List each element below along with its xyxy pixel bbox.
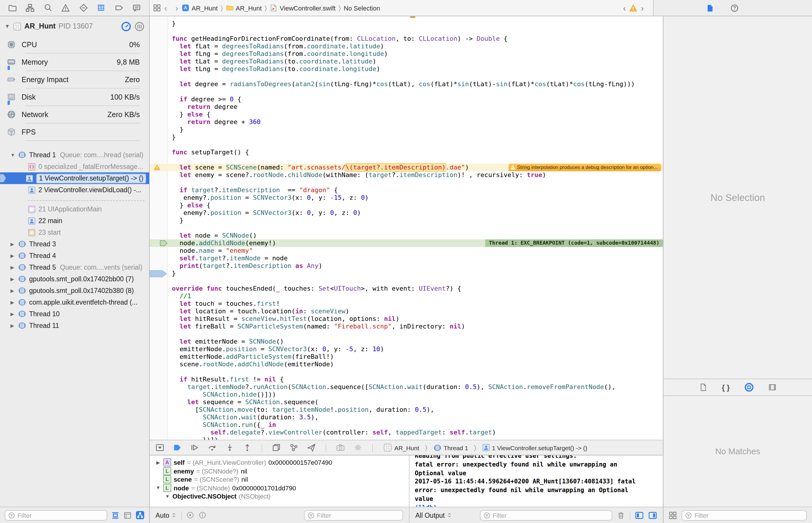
code-line[interactable] (150, 28, 663, 35)
code-line[interactable]: SCNAction.hide()])) (150, 391, 663, 398)
variable-row[interactable]: ▼ObjectiveC.NSObject(NSObject) (150, 492, 409, 501)
code-line[interactable]: return degree (150, 103, 663, 111)
code-line[interactable] (150, 179, 663, 186)
code-line[interactable]: enemy?.position = SCNVector3(x: 0, y: 0,… (150, 209, 663, 217)
disclosure-triangle-icon[interactable]: ▶ (11, 241, 15, 247)
thread-row[interactable]: ▼Thread 1Queue: com....hread (serial) (0, 149, 149, 161)
console-filter-field[interactable]: Filter (480, 510, 612, 520)
grid-view-icon[interactable] (669, 511, 677, 519)
disclosure-triangle-icon[interactable]: ▼ (11, 152, 15, 158)
call-tree-view-icon[interactable] (136, 511, 144, 520)
disclosure-triangle-icon[interactable]: ▶ (11, 323, 15, 328)
instruction-pointer-icon[interactable] (160, 240, 168, 246)
code-line[interactable]: } else { (150, 111, 663, 118)
code-line[interactable]: return degree + 360 (150, 118, 663, 126)
disclosure-triangle-icon[interactable]: ▶ (11, 265, 15, 270)
code-line[interactable]: SCNAction.run({_ in (150, 421, 663, 429)
step-over-button[interactable] (208, 443, 217, 452)
breadcrumb-item[interactable]: AR_Hunt (226, 4, 261, 12)
variables-scope-dropdown[interactable]: Auto (156, 512, 176, 519)
stack-frame-row[interactable]: 2 ViewController.viewDidLoad() -... (0, 184, 149, 196)
code-line[interactable]: emitterNode.position = SCNVector3(x: 0, … (150, 345, 663, 353)
code-line[interactable]: override func touchesEnded(_ touches: Se… (150, 285, 663, 292)
variables-view[interactable]: ▶Aself= (AR_Hunt.ViewController)0x000000… (150, 455, 409, 507)
object-library-icon[interactable] (744, 383, 754, 392)
hide-debug-area-button[interactable] (156, 443, 164, 452)
gauge-row-network[interactable]: NetworkZero KB/s (0, 106, 149, 123)
code-line[interactable]: func setupTarget() { (150, 148, 663, 156)
tag-navigator-icon[interactable] (114, 3, 123, 12)
breakpoint-marker-icon[interactable] (150, 270, 167, 277)
code-line[interactable] (150, 141, 663, 148)
thread-row[interactable]: ▶Thread 10 (0, 308, 149, 320)
code-line[interactable]: node.addChildNode(enemy!)Thread 1: EXC_B… (150, 239, 663, 247)
simulate-location-button[interactable] (307, 443, 316, 452)
disclosure-triangle-icon[interactable]: ▶ (11, 276, 15, 282)
clear-console-icon[interactable] (617, 511, 625, 519)
code-line[interactable]: } (150, 20, 663, 28)
gauge-row-energy-impact[interactable]: Energy ImpactZero (0, 71, 149, 88)
gauges-view-button[interactable] (121, 21, 131, 31)
code-line[interactable]: } (150, 133, 663, 141)
variable-row[interactable]: Lenemy= (SCNNode?)nil (150, 467, 409, 475)
code-line[interactable]: let touch = touches.first! (150, 300, 663, 307)
code-line[interactable]: self.delegate?.viewController(controller… (150, 429, 663, 436)
show-variables-toggle-icon[interactable] (635, 511, 644, 519)
step-into-button[interactable] (225, 443, 234, 452)
stack-frame-row[interactable]: 21 UIApplicationMain (0, 203, 149, 215)
disclosure-triangle-icon[interactable]: ▶ (11, 311, 15, 317)
breakpoints-toggle-button[interactable] (173, 443, 182, 452)
code-line[interactable]: let node = SCNNode() (150, 232, 663, 239)
code-line[interactable]: SCNAction.wait(duration: 3.5), (150, 414, 663, 421)
thread-row[interactable]: ▶com.apple.uikit.eventfetch-thread (... (0, 296, 149, 308)
continue-button[interactable] (191, 443, 199, 452)
code-line[interactable]: let fireBall = SCNParticleSystem(named: … (150, 323, 663, 330)
code-line[interactable] (150, 156, 663, 164)
stack-frame-row[interactable]: 1 ViewController.setupTarget() -> () (0, 173, 149, 184)
memory-graph-button[interactable] (289, 443, 298, 452)
flat-list-view-icon[interactable] (111, 511, 120, 519)
disclosure-triangle-icon[interactable]: ▼ (156, 485, 161, 491)
columns-view-button[interactable] (134, 21, 144, 31)
code-line[interactable]: let fLat = degreesToRadians(from.coordin… (150, 42, 663, 50)
code-line[interactable]: print(target?.itemDescription as Any) (150, 262, 663, 270)
previous-issue-button[interactable]: ‹ (623, 3, 626, 13)
thread-row[interactable]: ▶gputools.smt_poll.0x17402bb00 (7) (0, 273, 149, 285)
code-line[interactable]: } else { (150, 201, 663, 209)
variable-row[interactable]: Lscene= (SCNScene?)nil (150, 475, 409, 484)
code-line[interactable]: [SCNAction.move(to: target.itemNode!.pos… (150, 406, 663, 414)
code-line[interactable]: let emitterNode = SCNNode() (150, 338, 663, 345)
issue-navigator-icon[interactable] (61, 3, 70, 12)
step-out-button[interactable] (243, 443, 252, 452)
code-line[interactable] (150, 277, 663, 285)
stack-frame-row[interactable]: 23 start (0, 227, 149, 238)
library-filter-field[interactable]: Filter (682, 510, 807, 520)
thread-row[interactable]: ▶Thread 11 (0, 320, 149, 331)
thread-row[interactable]: ▶Thread 3 (0, 238, 149, 250)
disclosure-triangle-icon[interactable]: ▶ (156, 460, 161, 465)
gauge-row-disk[interactable]: Disk100 KB/s (0, 89, 149, 105)
code-line[interactable] (150, 330, 663, 338)
debug-view-hierarchy-button[interactable] (272, 443, 281, 452)
debug-navigator-icon[interactable] (97, 3, 105, 12)
code-line[interactable]: enemy?.position = SCNVector3(x: 0, y: -1… (150, 194, 663, 201)
code-line[interactable]: let fLng = degreesToRadians(from.coordin… (150, 50, 663, 58)
stack-frame-row[interactable]: 0 specialized _fatalErrorMessage... (0, 161, 149, 173)
code-line[interactable] (150, 73, 663, 80)
breadcrumb-item[interactable]: No Selection (344, 4, 380, 11)
debug-jump-item[interactable]: Thread 1 (433, 444, 468, 452)
code-line[interactable] (150, 368, 663, 376)
thread-row[interactable]: ▶gputools.smt_poll.0x17402b380 (8) (0, 285, 149, 296)
console-scope-dropdown[interactable]: All Output (415, 512, 452, 519)
code-snippet-library-icon[interactable]: { } (722, 383, 729, 392)
code-line[interactable]: func getHeadingForDirectionFromCoordinat… (150, 35, 663, 42)
file-template-library-icon[interactable] (699, 383, 707, 391)
disclosure-triangle-icon[interactable]: ▶ (11, 300, 15, 305)
quick-help-inspector-icon[interactable] (730, 4, 739, 12)
code-line[interactable] (150, 224, 663, 232)
media-library-icon[interactable] (768, 383, 776, 391)
code-line[interactable]: } (150, 270, 663, 277)
gauge-row-memory[interactable]: Memory9,8 MB (0, 54, 149, 71)
gauge-row-cpu[interactable]: CPU0% (0, 36, 149, 53)
disclosure-triangle-icon[interactable]: ▶ (11, 253, 15, 258)
